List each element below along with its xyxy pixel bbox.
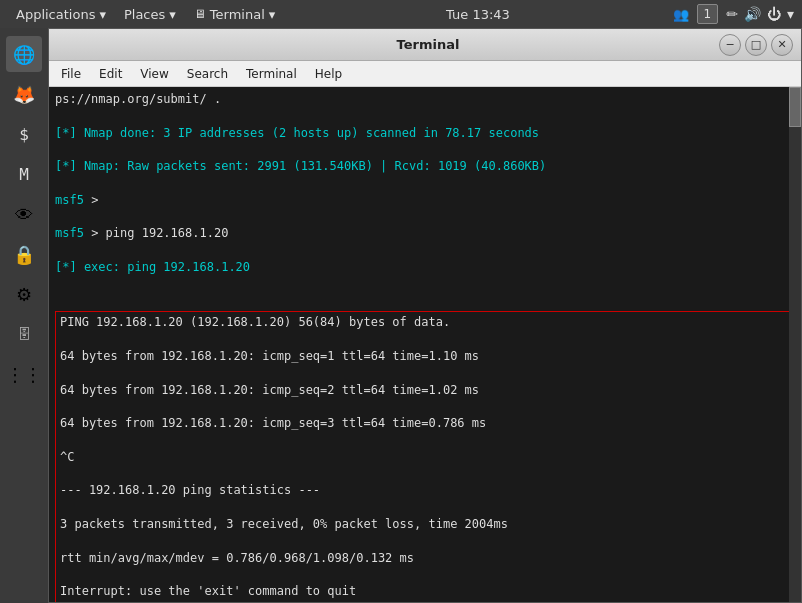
terminal-content[interactable]: ps://nmap.org/submit/ . [*] Nmap done: 3… — [49, 87, 801, 602]
sidebar-icon-browser[interactable]: 🦊 — [6, 76, 42, 112]
network-icon[interactable]: ✏ — [726, 6, 738, 22]
maximize-button[interactable]: □ — [745, 34, 767, 56]
terminal-window: Terminal − □ ✕ File Edit View Search Ter… — [48, 28, 802, 603]
terminal-menu-label: Terminal — [210, 7, 265, 22]
datetime: Tue 13:43 — [446, 7, 510, 22]
terminal-menu[interactable]: 🖥 Terminal ▾ — [186, 5, 283, 24]
menu-search[interactable]: Search — [179, 65, 236, 83]
sidebar-icon-m[interactable]: M — [6, 156, 42, 192]
sidebar-icon-network[interactable]: 🌐 — [6, 36, 42, 72]
taskbar: Applications ▾ Places ▾ 🖥 Terminal ▾ Tue… — [0, 0, 802, 28]
ping-output-box: PING 192.168.1.20 (192.168.1.20) 56(84) … — [55, 311, 795, 602]
terminal-titlebar: Terminal − □ ✕ — [49, 29, 801, 61]
applications-label: Applications — [16, 7, 95, 22]
taskbar-right: 👥 1 ✏ 🔊 ⏻ ▾ — [673, 4, 794, 24]
scrollbar[interactable] — [789, 87, 801, 602]
applications-menu[interactable]: Applications ▾ — [8, 5, 114, 24]
sidebar-icon-settings[interactable]: ⚙ — [6, 276, 42, 312]
menu-view[interactable]: View — [132, 65, 176, 83]
power-icon[interactable]: ⏻ — [767, 6, 781, 22]
menu-file[interactable]: File — [53, 65, 89, 83]
places-menu[interactable]: Places ▾ — [116, 5, 184, 24]
sidebar-icon-db[interactable]: 🗄 — [6, 316, 42, 352]
taskbar-left: Applications ▾ Places ▾ 🖥 Terminal ▾ — [8, 5, 283, 24]
terminal-menubar: File Edit View Search Terminal Help — [49, 61, 801, 87]
sidebar-icon-grid[interactable]: ⋮⋮ — [6, 356, 42, 392]
window-controls: − □ ✕ — [719, 34, 793, 56]
scrollbar-thumb[interactable] — [789, 87, 801, 127]
places-label: Places — [124, 7, 165, 22]
workspace-number: 1 — [704, 7, 712, 21]
terminal-menu-arrow: ▾ — [269, 7, 276, 22]
terminal-title: Terminal — [137, 37, 719, 52]
menu-help[interactable]: Help — [307, 65, 350, 83]
power-arrow: ▾ — [787, 6, 794, 22]
taskbar-center: Tue 13:43 — [446, 7, 510, 22]
user-icon: 👥 — [673, 7, 689, 22]
volume-icon[interactable]: 🔊 — [744, 6, 761, 22]
sidebar: 🌐 🦊 $ M 👁 🔒 ⚙ 🗄 ⋮⋮ — [0, 28, 48, 603]
ping-output: PING 192.168.1.20 (192.168.1.20) 56(84) … — [60, 314, 790, 600]
minimize-button[interactable]: − — [719, 34, 741, 56]
sidebar-icon-dollar[interactable]: $ — [6, 116, 42, 152]
close-button[interactable]: ✕ — [771, 34, 793, 56]
sidebar-icon-eye[interactable]: 👁 — [6, 196, 42, 232]
places-arrow: ▾ — [169, 7, 176, 22]
system-icons: ✏ 🔊 ⏻ ▾ — [726, 6, 794, 22]
terminal-output: ps://nmap.org/submit/ . [*] Nmap done: 3… — [55, 91, 795, 309]
applications-arrow: ▾ — [99, 7, 106, 22]
sidebar-icon-lock[interactable]: 🔒 — [6, 236, 42, 272]
menu-terminal[interactable]: Terminal — [238, 65, 305, 83]
workspace-badge[interactable]: 1 — [697, 4, 719, 24]
menu-edit[interactable]: Edit — [91, 65, 130, 83]
